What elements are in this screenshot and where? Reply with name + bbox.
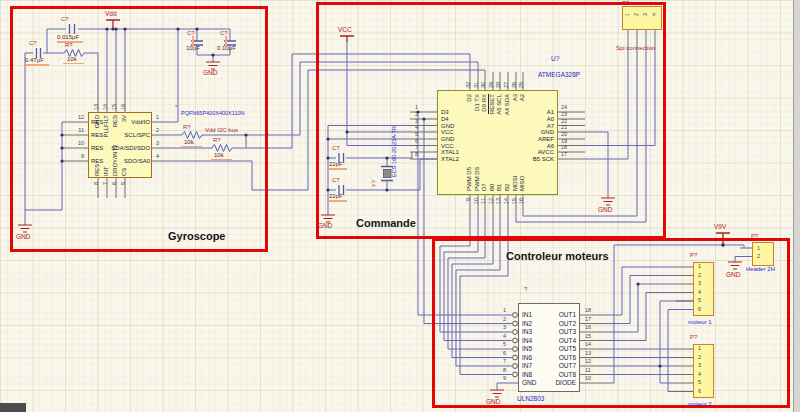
pin-number: 17 bbox=[585, 317, 591, 323]
uln-name: ULN2803 bbox=[517, 396, 544, 403]
pin-number: 13 bbox=[585, 351, 591, 357]
moteur1-label: moteur 1 bbox=[688, 319, 712, 325]
pin-label: GND bbox=[441, 136, 454, 142]
pin-number: 17 bbox=[561, 152, 567, 158]
pin-label: B5 SCK bbox=[504, 156, 554, 162]
pin-label: OUT8 bbox=[540, 372, 576, 379]
pin-number: 1 bbox=[698, 346, 701, 352]
pin-label: IN5 bbox=[522, 346, 532, 353]
resistor-designator: R? bbox=[213, 137, 221, 143]
pin-label: B0 bbox=[489, 184, 495, 191]
pin-number: 4 bbox=[156, 154, 159, 160]
pin-number: 1 bbox=[757, 246, 760, 252]
pin-label: DIODE bbox=[540, 380, 576, 387]
spi-connection-label: Spi connection bbox=[616, 45, 655, 51]
gnd-label: GND bbox=[16, 234, 30, 241]
crystal-footprint-label: ECS-160-20-23A-TR bbox=[392, 126, 398, 177]
pin-label: IN8 bbox=[522, 372, 532, 379]
page-right-edge bbox=[793, 0, 800, 412]
highlight-bar bbox=[181, 146, 202, 148]
pin-number: 3 bbox=[643, 13, 649, 16]
pin-number: 12 bbox=[64, 115, 84, 121]
gnd-label: GND bbox=[726, 272, 740, 279]
pin-number: 16 bbox=[121, 104, 127, 110]
footprint-star: * bbox=[175, 104, 177, 110]
spi-connector-designator: P? bbox=[622, 0, 629, 6]
resistor-designator: R? bbox=[183, 124, 191, 130]
pin-number: 24 bbox=[561, 105, 567, 111]
atmega-designator: U? bbox=[551, 56, 559, 63]
uln-designator: ? bbox=[524, 286, 527, 292]
pin-number: 5 bbox=[496, 342, 506, 348]
pin-number: 8 bbox=[496, 368, 506, 374]
pin-number: 32 bbox=[466, 82, 472, 88]
pin-number: 7 bbox=[496, 359, 506, 365]
atmega-name: ATMEGA328P bbox=[538, 72, 580, 79]
pin-label: D1 TX bbox=[474, 94, 480, 111]
pin-number: 2 bbox=[757, 254, 760, 260]
pin-label: GND bbox=[94, 115, 100, 128]
pin-number: 1 bbox=[698, 264, 701, 270]
pin-number: 5 bbox=[698, 380, 701, 386]
header-2h-label: Header 2H bbox=[746, 266, 775, 272]
pin-label: OUT4 bbox=[540, 338, 576, 345]
pin-label: SCL/SPC bbox=[102, 132, 150, 138]
cap-designator: C? bbox=[332, 177, 340, 183]
pin-label: VCC bbox=[441, 129, 454, 135]
pin-number: 9 bbox=[496, 376, 506, 382]
pin-label: A4 SDA bbox=[504, 94, 510, 115]
pin-label: AREF bbox=[504, 136, 554, 142]
moteurs-section-box bbox=[432, 238, 790, 408]
pin-label: XTAL2 bbox=[441, 156, 459, 162]
pin-label: D4 bbox=[441, 116, 449, 122]
pin-label: A5 SCL bbox=[496, 94, 502, 115]
pin-number: 11 bbox=[64, 128, 84, 134]
pin-label: OUT7 bbox=[540, 363, 576, 370]
pin-number: 3 bbox=[698, 363, 701, 369]
pin-label: OUT2 bbox=[540, 321, 576, 328]
pin-label: 3V bbox=[121, 115, 127, 122]
cap-designator: C? bbox=[220, 30, 228, 36]
pin-number: 2 bbox=[156, 128, 159, 134]
pin-label: IN2 bbox=[522, 321, 532, 328]
pin-number: 6 bbox=[698, 307, 701, 313]
pin-label: IN1 bbox=[522, 312, 532, 319]
pin-number: 18 bbox=[561, 145, 567, 151]
pin-number: 8 bbox=[94, 182, 100, 185]
pin-number: 16 bbox=[519, 198, 525, 204]
pin-number: 29 bbox=[489, 82, 495, 88]
pin-label: AVCC bbox=[504, 149, 554, 155]
pin-number: 26 bbox=[512, 82, 518, 88]
pin-label: IN3 bbox=[522, 329, 532, 336]
pin-number: 14 bbox=[103, 104, 109, 110]
pin-label: B1 bbox=[496, 184, 502, 191]
gnd-label: GND bbox=[203, 70, 217, 77]
pin-number: 2 bbox=[698, 355, 701, 361]
highlight-bar bbox=[25, 64, 49, 66]
crystal-designator: Y? bbox=[371, 180, 377, 187]
cap-designator: C? bbox=[61, 16, 69, 22]
pin-label: OUT6 bbox=[540, 355, 576, 362]
pin-number: 7 bbox=[415, 145, 418, 151]
pin-number: 2 bbox=[698, 273, 701, 279]
pin-label: D2 bbox=[466, 94, 472, 102]
pin-number: 12 bbox=[489, 198, 495, 204]
pin-label: XTAL1 bbox=[441, 149, 459, 155]
pin-label: RES bbox=[94, 164, 100, 176]
pin-label: GND bbox=[522, 380, 536, 387]
pin-number: 6 bbox=[496, 351, 506, 357]
pin-number: 5 bbox=[415, 132, 418, 138]
pin-number: 8 bbox=[415, 152, 418, 158]
cap-value: 22pF bbox=[329, 161, 343, 167]
pin-number: 2 bbox=[496, 317, 506, 323]
pin-number: 6 bbox=[112, 182, 118, 185]
highlight-bar bbox=[329, 200, 347, 202]
pin-label: OUT3 bbox=[540, 329, 576, 336]
pin-number: 16 bbox=[585, 325, 591, 331]
highlight-bar bbox=[225, 36, 227, 47]
pin-number: 1 bbox=[156, 115, 159, 121]
pin-number: 4 bbox=[496, 334, 506, 340]
pin-label: A1 bbox=[504, 109, 554, 115]
pin-label: PWM D6 bbox=[474, 167, 480, 191]
pin-number: 9 bbox=[64, 154, 84, 160]
